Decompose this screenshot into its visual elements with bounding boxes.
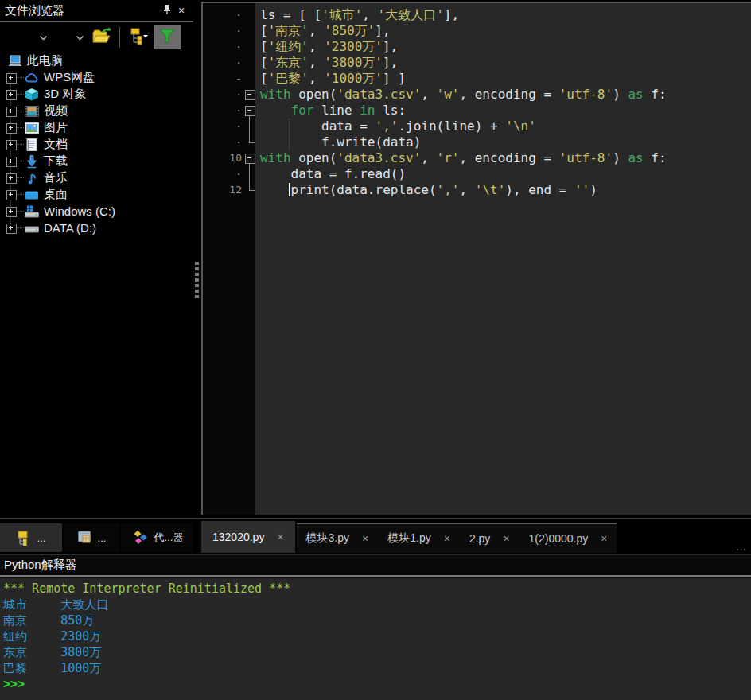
indent-guide [289,119,290,150]
tree-item[interactable]: Windows (C:) [0,203,193,220]
pin-icon[interactable] [160,4,174,18]
tab-1(2)0000.py[interactable]: 1(2)0000.py× [519,524,617,553]
drive-icon [24,221,40,235]
fold-collapse-icon[interactable] [245,106,255,116]
code-token: , [309,23,324,38]
expand-icon[interactable] [6,123,17,134]
string-token: 'utf-8' [559,150,613,165]
tree-item[interactable]: 3D 对象 [0,86,193,103]
fold-cell[interactable] [244,87,255,103]
tree-item[interactable]: 桌面 [0,186,193,203]
line-number: 12 [203,182,244,198]
code-token: ], [444,7,459,22]
fold-cell [244,7,255,23]
tree-item[interactable]: WPS网盘 [0,69,193,86]
code-token: ], [383,39,398,54]
gutter-row: · [203,119,255,134]
dock-tab-1[interactable]: ... [0,523,62,552]
filter-button[interactable] [154,25,181,49]
tab-close-icon[interactable]: × [601,532,607,545]
fold-cell [244,134,255,150]
gutter-row: 10 [203,150,255,166]
code-blocks-icon [132,530,150,546]
package-window-icon [77,530,93,546]
expand-icon[interactable] [6,224,17,234]
tree-item[interactable]: DATA (D:) [0,220,193,236]
change-mark: · [203,23,244,39]
string-token: '巴黎' [268,71,309,86]
string-token: 'data3.csv' [337,87,421,102]
string-token: '大致人口' [378,7,444,22]
tab-close-icon[interactable]: × [503,532,509,545]
tree-item[interactable]: 下载 [0,153,193,169]
file-browser-panel: 文件浏览器 × 此电脑WPS网盘3D 对象视频图片文档下载音乐桌面Windows… [0,0,193,554]
output-line: 巴黎 1000万 [3,660,748,676]
code-token: ) [613,150,628,165]
string-token: ',' [376,119,399,134]
interpreter-output[interactable]: *** Remote Interpreter Reinitialized ***… [0,578,751,700]
fold-collapse-icon[interactable] [245,90,255,100]
filter-funnel-icon [158,27,176,48]
expand-icon[interactable] [6,190,17,200]
tree-item[interactable]: 图片 [0,119,193,136]
code-token: f.write(data) [260,134,421,150]
tree-item-label: 下载 [44,154,68,169]
code-line: ['纽约', '2300万'], [255,39,751,55]
string-token: '3800万' [324,55,383,70]
inactive-tab-group: 模块3.py×模块1.py×2.py×1(2)0000.py× [297,523,617,553]
tab-close-icon[interactable]: × [444,532,450,545]
expand-icon[interactable] [6,173,17,184]
code-token: [ [260,39,268,54]
dock-tab-3[interactable]: 代...器 [121,523,194,552]
panel-title: 文件浏览器 [5,3,160,18]
dock-tab-2[interactable]: ... [64,523,119,552]
tab-close-icon[interactable]: × [277,531,283,543]
tab-模块1.py[interactable]: 模块1.py× [378,524,460,553]
fold-line [249,166,250,182]
fold-cell[interactable] [244,150,255,166]
filter-dropdown[interactable] [51,30,88,45]
tree-view-button[interactable] [128,26,149,49]
code-token: ], [375,23,390,38]
expand-icon[interactable] [6,207,17,217]
code-line: data = f.read() [255,166,751,182]
gutter-row: · [203,55,255,71]
expand-icon[interactable] [6,73,17,84]
code-line: with open('data3.csv', 'w', encoding = '… [255,87,751,103]
code-area[interactable]: ls = [ ['城市', '大致人口'],['南京', '850万'],['纽… [255,3,751,515]
expand-icon[interactable] [6,157,17,167]
fold-cell[interactable] [244,103,255,119]
tab-模块3.py[interactable]: 模块3.py× [297,524,379,553]
open-folder-button[interactable] [91,26,111,49]
film-icon [24,104,40,119]
tree-item[interactable]: 音乐 [0,169,193,186]
file-browser-titlebar: 文件浏览器 × [0,0,193,22]
tab-label: 2.py [469,532,490,545]
keyword-token: for [291,103,314,118]
panel-dock-tabs: ......代...器 [0,523,194,552]
code-token: [ [260,71,268,86]
close-icon[interactable]: × [174,4,189,17]
chevron-down-icon [76,30,84,45]
expand-icon[interactable] [6,90,17,100]
tree-item[interactable]: 视频 [0,103,193,119]
expand-icon[interactable] [6,140,17,150]
chevron-down-icon [39,30,48,45]
history-dropdown[interactable] [14,30,51,45]
panel-splitter[interactable] [193,0,201,554]
fold-collapse-icon[interactable] [245,154,255,164]
tab-132020.py[interactable]: 132020.py× [201,521,295,553]
expand-icon[interactable] [6,107,17,117]
tab-overflow-indicator[interactable]: … [736,541,747,553]
tree-item[interactable]: 文档 [0,136,193,153]
tab-close-icon[interactable]: × [362,532,368,545]
tab-2.py[interactable]: 2.py× [460,524,519,553]
code-token: , [421,150,436,165]
fold-cell [244,39,255,55]
gutter-row: 12 [203,182,255,198]
gutter-row: · [203,87,255,103]
tree-item[interactable]: 此电脑 [0,52,193,69]
code-line: for line in ls: [255,103,751,119]
code-token: .join(line) + [398,119,505,134]
output-line: *** Remote Interpreter Reinitialized *** [3,581,748,597]
